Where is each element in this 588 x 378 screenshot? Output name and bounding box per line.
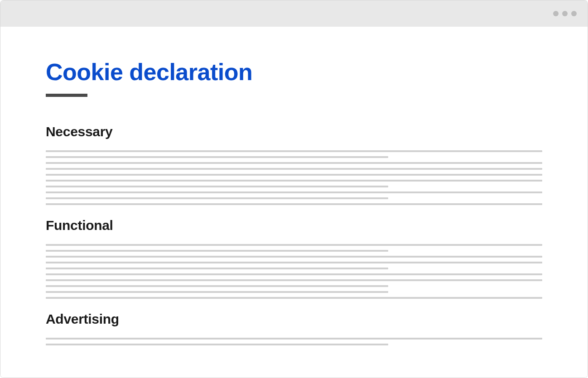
text-line: [46, 197, 388, 199]
page-content: Cookie declaration Necessary Functional: [0, 27, 588, 378]
browser-frame: Cookie declaration Necessary Functional: [0, 0, 588, 378]
placeholder-text: [46, 150, 542, 205]
text-line: [46, 203, 542, 205]
section-heading: Necessary: [46, 124, 542, 139]
text-line: [46, 262, 542, 263]
text-line: [46, 268, 388, 269]
window-control-dot: [553, 11, 559, 16]
text-line: [46, 273, 542, 275]
text-line: [46, 244, 542, 246]
text-line: [46, 150, 542, 152]
text-line: [46, 256, 542, 258]
text-line: [46, 168, 542, 170]
text-line: [46, 191, 542, 193]
section-necessary: Necessary: [46, 124, 542, 205]
text-line: [46, 162, 542, 164]
text-line: [46, 156, 388, 158]
section-advertising: Advertising: [46, 311, 542, 345]
section-heading: Functional: [46, 218, 542, 233]
text-line: [46, 174, 542, 176]
title-underline: [46, 94, 87, 97]
text-line: [46, 285, 388, 287]
text-line: [46, 279, 542, 281]
text-line: [46, 180, 542, 182]
page-title: Cookie declaration: [46, 58, 542, 86]
section-functional: Functional: [46, 218, 542, 299]
placeholder-text: [46, 338, 542, 345]
section-heading: Advertising: [46, 311, 542, 327]
window-control-dot: [571, 11, 577, 16]
text-line: [46, 344, 388, 345]
text-line: [46, 297, 542, 299]
text-line: [46, 338, 542, 340]
window-control-dot: [562, 11, 568, 16]
browser-chrome: [0, 0, 588, 27]
placeholder-text: [46, 244, 542, 299]
text-line: [46, 291, 388, 293]
text-line: [46, 250, 388, 252]
fade-overlay: [0, 350, 588, 378]
text-line: [46, 186, 388, 187]
